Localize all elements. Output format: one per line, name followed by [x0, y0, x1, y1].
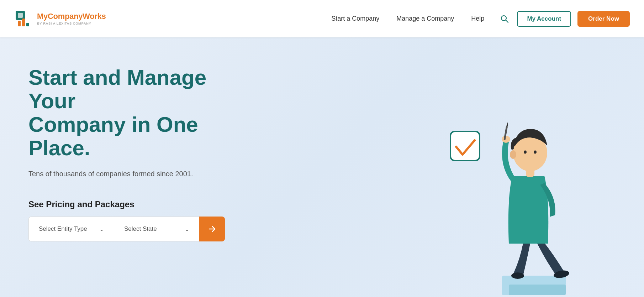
- search-icon: [500, 14, 509, 24]
- nav-actions: My Account Order Now: [498, 11, 630, 27]
- svg-point-16: [524, 151, 527, 154]
- svg-rect-2: [22, 19, 25, 26]
- navbar: MyCompanyWorks BY RASi A LEXITAS COMPANY…: [0, 0, 644, 37]
- nav-help[interactable]: Help: [471, 15, 484, 22]
- go-button[interactable]: [199, 217, 225, 241]
- svg-point-10: [511, 272, 524, 279]
- person-illustration: [416, 69, 623, 297]
- svg-line-6: [506, 20, 508, 22]
- state-label: Select State: [124, 225, 157, 233]
- svg-rect-4: [18, 13, 23, 18]
- logo-subtitle: BY RASi A LEXITAS COMPANY: [37, 21, 106, 25]
- hero-illustration: [395, 55, 644, 297]
- logo-link[interactable]: MyCompanyWorks BY RASi A LEXITAS COMPANY: [14, 9, 106, 28]
- state-select[interactable]: Select State ⌄: [114, 217, 199, 241]
- search-button[interactable]: [498, 13, 511, 25]
- order-now-button[interactable]: Order Now: [577, 11, 630, 27]
- hero-title: Start and Manage Your Company in One Pla…: [28, 66, 213, 160]
- pricing-form: Select Entity Type ⌄ Select State ⌄: [28, 217, 213, 241]
- hero-content: Start and Manage Your Company in One Pla…: [0, 37, 235, 297]
- pricing-label: See Pricing and Packages: [28, 199, 213, 209]
- svg-rect-3: [26, 23, 29, 26]
- svg-rect-19: [450, 131, 480, 161]
- entity-type-chevron-icon: ⌄: [99, 226, 104, 233]
- nav-links: Start a Company Manage a Company Help: [331, 15, 484, 22]
- hero-subtitle: Tens of thousands of companies formed si…: [28, 170, 213, 178]
- nav-manage-company[interactable]: Manage a Company: [396, 15, 454, 22]
- svg-rect-1: [18, 21, 21, 26]
- logo-name: MyCompanyWorks: [37, 12, 106, 21]
- arrow-right-icon: [207, 224, 217, 234]
- state-chevron-icon: ⌄: [185, 226, 189, 233]
- hero-section: Start and Manage Your Company in One Pla…: [0, 37, 644, 297]
- nav-start-company[interactable]: Start a Company: [331, 15, 379, 22]
- logo-text: MyCompanyWorks BY RASi A LEXITAS COMPANY: [37, 12, 106, 25]
- logo-icon: [14, 9, 33, 28]
- svg-point-18: [510, 150, 516, 159]
- entity-type-select[interactable]: Select Entity Type ⌄: [28, 217, 114, 241]
- svg-point-17: [534, 151, 537, 154]
- entity-type-label: Select Entity Type: [39, 225, 87, 233]
- svg-marker-13: [506, 122, 509, 126]
- my-account-button[interactable]: My Account: [517, 11, 571, 27]
- svg-rect-8: [509, 285, 566, 295]
